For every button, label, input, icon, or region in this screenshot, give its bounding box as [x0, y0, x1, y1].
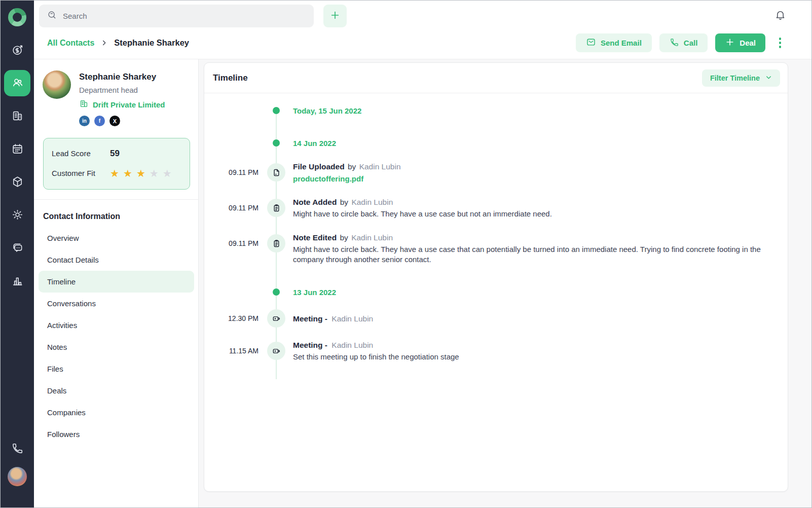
- timeline-dot-icon: [273, 288, 280, 296]
- timeline-header: Timeline Filter Timeline: [204, 63, 788, 93]
- contact-name: Stephanie Sharkey: [79, 72, 165, 82]
- sidebar-item-chat[interactable]: [1, 232, 34, 265]
- gear-icon: [11, 208, 24, 223]
- star-icon: ★: [150, 168, 159, 178]
- nav-item-contact-details[interactable]: Contact Details: [39, 249, 194, 271]
- nav-item-deals[interactable]: Deals: [39, 380, 194, 402]
- facebook-icon[interactable]: f: [94, 116, 105, 126]
- timeline-event-meeting: 12.30 PM Meeting - Kadin Lubin: [204, 309, 788, 325]
- more-options-button[interactable]: [773, 33, 787, 52]
- timeline-date: 14 Jun 2022: [204, 137, 788, 149]
- app-logo[interactable]: [1, 1, 34, 34]
- meeting-body: Set this meeting up to finish the negoti…: [293, 352, 763, 362]
- user-avatar[interactable]: [8, 467, 27, 486]
- timeline-area: Timeline Filter Timeline Today, 15 Jun 2…: [199, 59, 811, 507]
- timeline-card: Timeline Filter Timeline Today, 15 Jun 2…: [204, 62, 788, 492]
- envelope-icon: [586, 37, 596, 49]
- nav-item-companies[interactable]: Companies: [39, 402, 194, 423]
- nav-item-files[interactable]: Files: [39, 358, 194, 380]
- sidebar-item-settings[interactable]: [1, 199, 34, 232]
- timeline-event-meeting: 11.15 AM Meeting - Kadin Lubin Set this …: [204, 342, 788, 362]
- contact-profile: Stephanie Sharkey Department head Drift …: [34, 59, 198, 129]
- send-email-button[interactable]: Send Email: [576, 33, 652, 52]
- app-sidebar: [1, 1, 34, 507]
- event-time: 09.11 PM: [217, 234, 259, 252]
- add-deal-button[interactable]: Deal: [715, 33, 765, 52]
- timeline-event-note-added: 09.11 PM Note Added by Kadin Lubin Might…: [204, 199, 788, 219]
- contact-actions: Send Email Call Deal: [576, 33, 787, 52]
- note-icon: [267, 199, 285, 217]
- building-icon: [79, 99, 89, 110]
- lead-score-card: Lead Score 59 Customer Fit ★ ★ ★ ★ ★: [43, 138, 190, 190]
- video-icon: [267, 309, 285, 328]
- sidebar-item-products[interactable]: [1, 166, 34, 199]
- file-icon: [267, 163, 285, 182]
- nav-item-overview[interactable]: Overview: [39, 227, 194, 249]
- sidebar-item-companies[interactable]: [1, 100, 34, 133]
- customer-fit-label: Customer Fit: [52, 169, 110, 177]
- sidebar-item-revenue[interactable]: [1, 34, 34, 67]
- contact-role: Department head: [79, 86, 165, 94]
- star-icon: ★: [123, 168, 132, 178]
- plus-icon: [329, 10, 341, 22]
- topbar: [34, 1, 811, 31]
- nav-item-conversations[interactable]: Conversations: [39, 293, 194, 314]
- sidebar-item-phone[interactable]: [1, 440, 34, 459]
- note-icon: [267, 234, 285, 252]
- filter-timeline-button[interactable]: Filter Timeline: [702, 69, 780, 87]
- currency-clock-icon: [11, 44, 24, 58]
- building-icon: [11, 110, 24, 124]
- chat-bubbles-icon: [11, 241, 24, 256]
- nav-item-activities[interactable]: Activities: [39, 314, 194, 336]
- logo-ring-icon: [8, 8, 26, 26]
- timeline-dot-icon: [273, 139, 280, 147]
- timeline-title: Timeline: [213, 73, 248, 83]
- package-icon: [11, 175, 24, 190]
- content-area: Stephanie Sharkey Department head Drift …: [34, 59, 811, 507]
- plus-icon: [725, 37, 735, 49]
- timeline-date: Today, 15 Jun 2022: [204, 104, 788, 117]
- video-icon: [267, 342, 285, 360]
- event-time: 12.30 PM: [217, 309, 259, 328]
- contact-nav: Overview Contact Details Timeline Conver…: [34, 225, 198, 445]
- sidebar-item-contacts[interactable]: [4, 70, 30, 96]
- event-time: 09.11 PM: [217, 199, 259, 217]
- event-time: 09.11 PM: [217, 163, 259, 182]
- customer-fit-rating: ★ ★ ★ ★ ★: [110, 168, 172, 178]
- breadcrumb-parent[interactable]: All Contacts: [47, 39, 94, 48]
- sidebar-item-analytics[interactable]: [1, 265, 34, 298]
- nav-item-notes[interactable]: Notes: [39, 336, 194, 358]
- lead-score-label: Lead Score: [52, 149, 110, 158]
- lead-score-value: 59: [110, 149, 120, 159]
- timeline-event-note-edited: 09.11 PM Note Edited by Kadin Lubin Migh…: [204, 234, 788, 265]
- breadcrumb-current: Stephanie Sharkey: [114, 38, 189, 48]
- contacts-icon: [11, 76, 24, 90]
- nav-item-followers[interactable]: Followers: [39, 423, 194, 445]
- phone-icon: [11, 442, 24, 456]
- bar-chart-icon: [11, 274, 24, 288]
- notifications-button[interactable]: [774, 9, 786, 22]
- quick-add-button[interactable]: [323, 5, 347, 27]
- timeline-date: 13 Jun 2022: [204, 286, 788, 298]
- chevron-down-icon: [765, 74, 772, 83]
- search-input[interactable]: [63, 12, 306, 20]
- search-box[interactable]: [39, 5, 314, 27]
- x-twitter-icon[interactable]: X: [109, 116, 120, 126]
- chevron-right-icon: [100, 39, 108, 47]
- phone-icon: [670, 38, 679, 49]
- call-button[interactable]: Call: [659, 33, 708, 52]
- social-links: in f X: [79, 116, 165, 126]
- contact-avatar: [43, 70, 71, 99]
- nav-item-timeline[interactable]: Timeline: [39, 271, 194, 293]
- sidebar-item-calendar[interactable]: [1, 133, 34, 166]
- search-icon: [47, 10, 57, 22]
- sidebar-nav: [1, 34, 34, 298]
- file-link[interactable]: productoffering.pdf: [293, 173, 763, 185]
- contact-company-link[interactable]: Drift Private Limited: [79, 99, 165, 110]
- linkedin-icon[interactable]: in: [79, 116, 90, 126]
- star-icon: ★: [110, 168, 119, 178]
- note-body: Might have to circle back. They have a u…: [293, 244, 763, 265]
- app-window: All Contacts Stephanie Sharkey Send Emai…: [0, 0, 812, 508]
- star-icon: ★: [136, 168, 145, 178]
- section-heading: Contact Information: [34, 200, 198, 225]
